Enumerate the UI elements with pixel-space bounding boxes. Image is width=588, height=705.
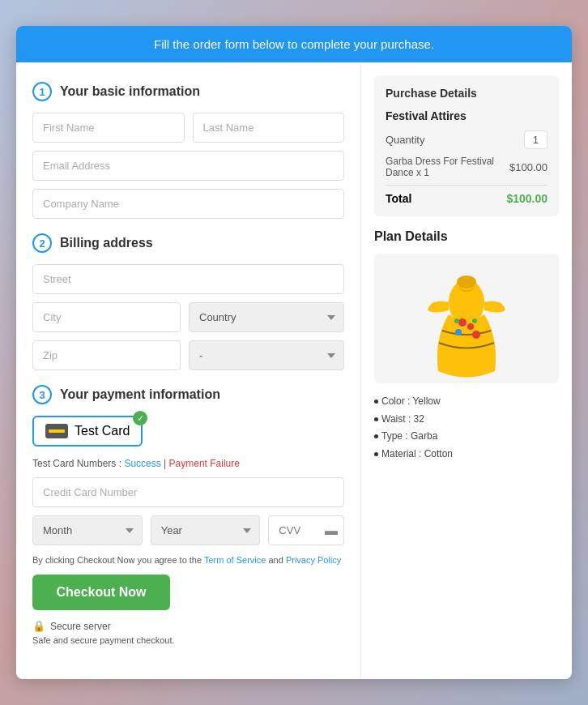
left-panel: 1 Your basic information 2 Billi	[16, 62, 361, 679]
terms-and: and	[268, 555, 285, 565]
product-details: Color : Yellow Waist : 32 Type : Garba M…	[374, 393, 559, 463]
state-select[interactable]: -	[189, 340, 344, 370]
product-name: Festival Attires	[386, 109, 548, 122]
email-input[interactable]	[32, 151, 344, 181]
svg-point-2	[458, 318, 467, 327]
terms-label: By clicking Checkout Now you agree to th…	[32, 555, 204, 565]
failure-link[interactable]: Payment Failure	[169, 458, 240, 469]
purchase-details-title: Purchase Details	[386, 87, 548, 100]
year-select[interactable]: Year 2024202520262027 202820292030	[151, 515, 261, 545]
type-detail: Type : Garba	[374, 428, 559, 446]
lock-icon: 🔒	[32, 620, 45, 632]
email-row	[32, 151, 344, 181]
item-row: Garba Dress For Festival Dance x 1 $100.…	[386, 156, 548, 178]
waist-detail: Waist : 32	[374, 411, 559, 429]
card-label: Test Card	[75, 424, 130, 438]
svg-point-5	[472, 318, 477, 323]
test-card-info: Test Card Numbers : Success | Payment Fa…	[32, 458, 344, 469]
country-select[interactable]: Country	[189, 302, 344, 332]
terms-text: By clicking Checkout Now you agree to th…	[32, 555, 344, 565]
plan-details-title: Plan Details	[374, 229, 559, 244]
svg-point-6	[472, 331, 480, 339]
plan-details-section: Plan Details	[374, 229, 559, 463]
credit-card-icon	[45, 424, 68, 438]
safe-text: Safe and secure payment checkout.	[32, 635, 344, 645]
month-select[interactable]: Month 01020304 05060708 09101112	[32, 515, 143, 545]
basic-info-section: 1 Your basic information	[32, 82, 344, 219]
city-input[interactable]	[32, 302, 181, 332]
total-amount: $100.00	[506, 192, 548, 205]
purchase-details-box: Purchase Details Festival Attires Quanti…	[374, 75, 559, 216]
quantity-row: Quantity 1	[386, 130, 548, 149]
product-image	[374, 254, 559, 383]
checkout-modal: Fill the order form below to complete yo…	[16, 26, 572, 679]
company-input[interactable]	[32, 189, 344, 219]
item-name: Garba Dress For Festival Dance x 1	[386, 156, 509, 178]
credit-card-input[interactable]	[32, 477, 344, 507]
header-text: Fill the order form below to complete yo…	[154, 37, 434, 51]
zip-state-row: -	[32, 340, 344, 370]
total-label: Total	[386, 192, 411, 205]
secure-info: 🔒 Secure server	[32, 620, 344, 632]
name-row	[32, 113, 344, 143]
section2-title: Billing address	[60, 236, 153, 250]
section3-title: Your payment information	[60, 387, 220, 402]
cvv-card-icon: ▬	[325, 523, 338, 538]
right-panel: Purchase Details Festival Attires Quanti…	[361, 62, 572, 679]
company-row	[32, 189, 344, 219]
svg-point-7	[454, 318, 459, 323]
zip-input[interactable]	[32, 340, 181, 370]
section2-num: 2	[32, 233, 52, 253]
total-row: Total $100.00	[386, 192, 548, 205]
section2-header: 2 Billing address	[32, 233, 344, 253]
payment-section: 3 Your payment information Test Card ✓ T…	[32, 385, 344, 645]
color-detail: Color : Yellow	[374, 393, 559, 411]
cvv-wrap: ▬	[268, 515, 344, 545]
first-name-input[interactable]	[32, 113, 185, 143]
dress-svg	[418, 258, 515, 379]
check-badge: ✓	[133, 411, 147, 425]
billing-section: 2 Billing address Country -	[32, 233, 344, 370]
success-link[interactable]: Success	[124, 458, 160, 469]
section1-num: 1	[32, 82, 52, 101]
terms-link[interactable]: Term of Service	[204, 555, 266, 565]
privacy-link[interactable]: Privacy Policy	[286, 555, 341, 565]
expiry-cvv-row: Month 01020304 05060708 09101112 Year 20…	[32, 515, 344, 545]
credit-card-row	[32, 477, 344, 507]
last-name-input[interactable]	[193, 113, 345, 143]
street-row	[32, 264, 344, 294]
street-input[interactable]	[32, 264, 344, 294]
item-price: $100.00	[509, 161, 548, 173]
card-option[interactable]: Test Card ✓	[32, 416, 143, 446]
section1-title: Your basic information	[60, 84, 200, 99]
secure-server-label: Secure server	[50, 621, 111, 632]
checkout-button[interactable]: Checkout Now	[32, 575, 170, 610]
svg-point-4	[455, 329, 462, 335]
section3-header: 3 Your payment information	[32, 385, 344, 404]
quantity-label: Quantity	[386, 134, 424, 146]
svg-point-3	[467, 323, 474, 330]
quantity-value: 1	[524, 130, 548, 149]
header-banner: Fill the order form below to complete yo…	[16, 26, 572, 62]
section3-num: 3	[32, 385, 52, 404]
svg-point-1	[457, 276, 476, 288]
section1-header: 1 Your basic information	[32, 82, 344, 101]
city-country-row: Country	[32, 302, 344, 332]
test-card-label: Test Card Numbers :	[32, 458, 124, 469]
material-detail: Material : Cotton	[374, 446, 559, 464]
